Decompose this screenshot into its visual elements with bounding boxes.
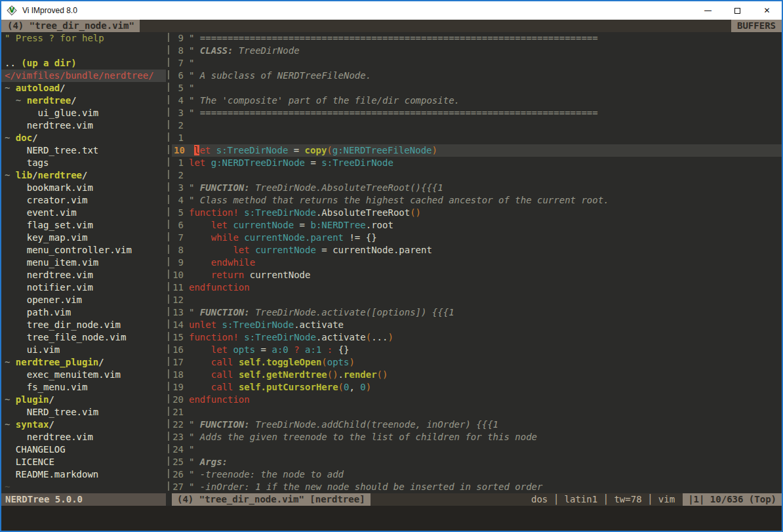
editor-line[interactable]: 18 call self.getNerdtree().render() [172, 369, 782, 381]
editor-line[interactable]: 17 call self.toggleOpen(opts) [172, 356, 782, 369]
tree-row[interactable]: path.vim [1, 306, 166, 319]
editor-line[interactable]: 23" Adds the given treenode to the list … [172, 431, 782, 443]
line-number: 22 [172, 419, 189, 431]
tree-row[interactable]: creator.vim [1, 194, 166, 207]
editor-cursor-line[interactable]: 10let s:TreeDirNode = copy(g:NERDTreeFil… [172, 144, 782, 157]
tree-row[interactable]: event.vim [1, 207, 166, 219]
tree-row[interactable]: opener.vim [1, 294, 166, 306]
tree-row[interactable]: flag_set.vim [1, 219, 166, 232]
minimize-button[interactable]: — [693, 1, 723, 20]
line-number: 8 [172, 45, 189, 57]
tree-row[interactable]: bookmark.vim [1, 182, 166, 194]
editor-line[interactable]: 11endfunction [172, 281, 782, 294]
tree-row[interactable]: nerdtree.vim [1, 269, 166, 281]
editor-line[interactable]: 2 [172, 169, 782, 182]
tree-row[interactable]: ~ nerdtree_plugin/ [1, 356, 166, 369]
editor-line[interactable]: 7 while currentNode.parent != {} [172, 232, 782, 244]
tree-row[interactable]: menu_controller.vim [1, 244, 166, 256]
editor-line[interactable]: 5function! s:TreeDirNode.AbsoluteTreeRoo… [172, 207, 782, 219]
tree-row[interactable]: .. (up a dir) [1, 57, 166, 70]
code-text: function! s:TreeDirNode.AbsoluteTreeRoot… [189, 207, 782, 219]
tree-row[interactable]: CHANGELOG [1, 443, 166, 456]
editor-line[interactable]: 9" =====================================… [172, 32, 782, 45]
tree-row[interactable]: ~ [1, 481, 166, 493]
editor-line[interactable]: 8" CLASS: TreeDirNode [172, 45, 782, 57]
maximize-button[interactable] [723, 1, 752, 20]
editor-line[interactable]: 26" -treenode: the node to add [172, 468, 782, 481]
editor-line[interactable]: 5" [172, 82, 782, 94]
tree-row[interactable]: LICENCE [1, 456, 166, 468]
tree-row[interactable]: ~ doc/ [1, 132, 166, 144]
tree-row[interactable]: README.markdown [1, 468, 166, 481]
tree-row[interactable]: ~ syntax/ [1, 419, 166, 431]
statusline: NERDTree 5.0.0 (4) "tree_dir_node.vim" [… [1, 493, 782, 506]
buffers-label[interactable]: BUFFERS [731, 20, 782, 32]
token-p: ( [366, 332, 371, 342]
editor-line[interactable]: 14unlet s:TreeDirNode.activate [172, 319, 782, 331]
editor-line[interactable]: 7" [172, 57, 782, 70]
tree-row[interactable]: ~ nerdtree/ [1, 94, 166, 107]
tree-row[interactable]: ~ plugin/ [1, 394, 166, 406]
editor-line[interactable]: 1let g:NERDTreeDirNode = s:TreeDirNode [172, 157, 782, 169]
editor-line[interactable]: 6" A subclass of NERDTreeFileNode. [172, 70, 782, 82]
editor-line[interactable]: 19 call self.putCursorHere(0, 0) [172, 381, 782, 394]
tree-row[interactable]: ~ autoload/ [1, 82, 166, 94]
token-k: function! [189, 207, 244, 218]
close-button[interactable]: ✕ [752, 1, 782, 20]
tree-row[interactable]: NERD_tree.vim [1, 406, 166, 419]
editor-line[interactable]: 24" [172, 443, 782, 456]
tree-row[interactable]: " Press ? for help [1, 32, 166, 45]
tree-row[interactable]: NERD_tree.txt [1, 144, 166, 157]
tree-row[interactable]: exec_menuitem.vim [1, 369, 166, 381]
editor-line[interactable]: 3" FUNCTION: TreeDirNode.AbsoluteTreeRoo… [172, 182, 782, 194]
tab-tree-dir-node[interactable]: (4) "tree_dir_node.vim" [1, 20, 140, 32]
nerdtree-panel: " Press ? for help.. (up a dir)</vimfile… [1, 32, 166, 493]
editor-line[interactable]: 8 let currentNode = currentNode.parent [172, 244, 782, 256]
tree-row[interactable]: menu_item.vim [1, 256, 166, 269]
tree-row[interactable]: notifier.vim [1, 281, 166, 294]
token-file: nerdtree.vim [5, 120, 93, 131]
code-text [189, 169, 782, 182]
tree-row[interactable]: tree_file_node.vim [1, 331, 166, 344]
editor-line[interactable]: 4" The 'composite' part of the file/dir … [172, 94, 782, 107]
editor-line[interactable]: 25" Args: [172, 456, 782, 468]
token-dir: lib [16, 170, 32, 180]
token-cb: CLASS: [200, 45, 233, 56]
tree-root-row[interactable]: </vimfiles/bundle/nerdtree/ [1, 70, 166, 82]
vertical-split-separator[interactable] [166, 32, 172, 493]
token-file: opener.vim [5, 295, 82, 305]
tree-row[interactable]: ~ lib/nerdtree/ [1, 169, 166, 182]
editor-line[interactable]: 4" Class method that returns the highest… [172, 194, 782, 207]
editor-line[interactable]: 20endfunction [172, 394, 782, 406]
tree-row[interactable]: ui_glue.vim [1, 107, 166, 119]
token-file: menu_item.vim [5, 257, 98, 268]
token-p: ) [366, 382, 371, 392]
editor-line[interactable]: 22" FUNCTION: TreeDirNode.addChild(treen… [172, 419, 782, 431]
editor-line[interactable]: 2 [172, 119, 782, 132]
editor-line[interactable]: 27" -inOrder: 1 if the new node should b… [172, 481, 782, 493]
tree-row[interactable]: key_map.vim [1, 232, 166, 244]
tree-row[interactable]: tags [1, 157, 166, 169]
tree-row[interactable]: fs_menu.vim [1, 381, 166, 394]
tree-row[interactable] [1, 45, 166, 57]
editor-line[interactable]: 1 [172, 132, 782, 144]
vim-icon[interactable]: V [7, 5, 17, 16]
editor-line[interactable]: 21 [172, 406, 782, 419]
token-help: " Press ? for help [5, 33, 104, 43]
tree-row[interactable]: ui.vim [1, 344, 166, 356]
command-line[interactable] [1, 506, 782, 531]
tree-row[interactable]: tree_dir_node.vim [1, 319, 166, 331]
tree-row[interactable]: nerdtree.vim [1, 119, 166, 132]
editor-line[interactable]: 13" FUNCTION: TreeDirNode.activate([opti… [172, 306, 782, 319]
tree-row[interactable]: nerdtree.vim [1, 431, 166, 443]
editor-line[interactable]: 3" =====================================… [172, 107, 782, 119]
token-cb: FUNCTION: [200, 307, 250, 317]
editor-line[interactable]: 9 endwhile [172, 256, 782, 269]
editor-line[interactable]: 15function! s:TreeDirNode.activate(...) [172, 331, 782, 344]
token-file: nerdtree.vim [5, 432, 93, 442]
editor-line[interactable]: 6 let currentNode = b:NERDTree.root [172, 219, 782, 232]
editor-line[interactable]: 12 [172, 294, 782, 306]
editor-line[interactable]: 10 return currentNode [172, 269, 782, 281]
editor-line[interactable]: 16 let opts = a:0 ? a:1 : {} [172, 344, 782, 356]
token-fn: self.getNerdtree [239, 369, 327, 380]
